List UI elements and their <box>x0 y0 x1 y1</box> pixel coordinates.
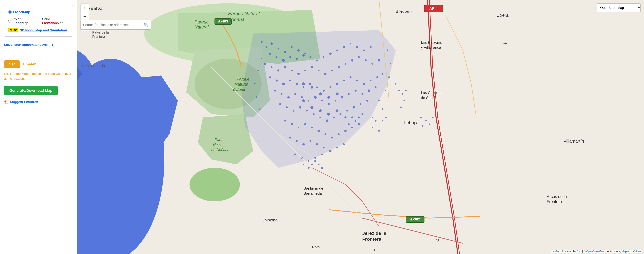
svg-point-145 <box>362 113 363 115</box>
svg-text:Frontera: Frontera <box>547 199 562 204</box>
map-canvas[interactable]: A-483 AP-4 A-382 Huelva Punta Umbría Pal… <box>77 0 644 254</box>
threed-link[interactable]: 3D Flood Map and Simulation <box>20 28 67 32</box>
layer-select[interactable]: OpenStreetMap Satellite Terrain <box>597 3 641 12</box>
svg-text:Doñana: Doñana <box>228 17 244 22</box>
color-elevationmap-label: Color ElevationMap <box>42 17 69 25</box>
svg-point-103 <box>338 134 340 135</box>
svg-point-127 <box>390 63 392 64</box>
svg-text:de San Juan: de San Juan <box>421 96 442 100</box>
layer-selector: OpenStreetMap Satellite Terrain <box>597 3 641 12</box>
floodmap-label: FloodMap <box>13 10 30 14</box>
svg-point-153 <box>382 108 383 110</box>
suggest-icon: 🏗️ <box>4 100 8 104</box>
svg-point-52 <box>303 86 304 88</box>
left-panel: FloodMap Color FloodMap Color ElevationM… <box>0 0 77 254</box>
set-button[interactable]: Set <box>4 60 20 68</box>
svg-point-48 <box>276 80 278 82</box>
svg-point-24 <box>343 46 345 48</box>
search-icon[interactable]: 🔍 <box>144 23 148 27</box>
svg-point-95 <box>284 120 286 122</box>
svg-point-166 <box>420 116 422 118</box>
elevation-input[interactable] <box>4 49 24 57</box>
svg-point-6 <box>266 46 268 48</box>
svg-text:Jerez de la: Jerez de la <box>362 231 386 236</box>
svg-text:✈: ✈ <box>503 41 507 46</box>
svg-point-115 <box>343 143 345 145</box>
svg-point-136 <box>310 106 314 109</box>
svg-point-63 <box>376 76 378 78</box>
map-svg: A-483 AP-4 A-382 Huelva Punta Umbría Pal… <box>77 0 644 254</box>
svg-point-148 <box>311 164 313 165</box>
svg-text:Parque: Parque <box>236 77 250 81</box>
attribution-copyright: | © <box>582 250 586 253</box>
color-options-row: Color FloodMap Color ElevationMap <box>8 17 69 25</box>
svg-point-56 <box>330 86 331 88</box>
map-area[interactable]: A-483 AP-4 A-382 Huelva Punta Umbría Pal… <box>77 0 644 254</box>
suggest-label: Suggest Features <box>10 100 38 104</box>
svg-point-84 <box>299 106 301 108</box>
leaflet-link[interactable]: Leaflet <box>552 250 560 253</box>
svg-point-91 <box>346 110 348 112</box>
svg-point-169 <box>429 124 430 125</box>
svg-text:Frontera: Frontera <box>362 236 381 242</box>
svg-point-23 <box>336 50 338 51</box>
zoom-out-button[interactable]: − <box>80 12 89 21</box>
svg-point-129 <box>385 90 386 91</box>
svg-text:Rota: Rota <box>312 245 320 249</box>
svg-point-59 <box>350 76 352 78</box>
others-link[interactable]: Others <box>633 250 641 253</box>
svg-point-164 <box>404 100 405 101</box>
svg-point-161 <box>398 90 400 92</box>
generate-button[interactable]: Generate/Download Map <box>4 86 58 95</box>
svg-point-116 <box>294 154 296 155</box>
svg-text:Natural: Natural <box>235 82 248 86</box>
attribution-contributors: contributors, <box>606 250 621 253</box>
svg-point-18 <box>302 54 305 56</box>
svg-point-156 <box>375 120 376 122</box>
svg-point-149 <box>314 160 316 162</box>
attribution-powered: | Powered by <box>560 250 577 253</box>
svg-point-58 <box>343 80 345 81</box>
svg-point-43 <box>358 56 360 58</box>
svg-point-19 <box>310 56 311 58</box>
esri-link[interactable]: Esri <box>577 250 582 253</box>
svg-point-140 <box>344 116 346 118</box>
svg-text:Parque: Parque <box>194 20 209 24</box>
osm-link[interactable]: OpenStreetMap <box>586 250 605 253</box>
svg-text:Parque: Parque <box>215 138 226 142</box>
svg-point-87 <box>320 116 321 118</box>
svg-text:Huelva: Huelva <box>87 6 103 11</box>
svg-point-157 <box>372 127 373 128</box>
svg-point-86 <box>312 113 314 115</box>
svg-point-4 <box>190 168 240 201</box>
color-elevationmap-radio[interactable] <box>38 20 40 23</box>
svg-text:Sanlúcar de: Sanlúcar de <box>304 186 323 190</box>
svg-point-111 <box>316 143 318 145</box>
svg-point-31 <box>278 70 280 72</box>
svg-point-83 <box>293 110 294 112</box>
zoom-in-button[interactable]: + <box>80 3 89 12</box>
svg-point-53 <box>309 83 312 85</box>
svg-point-137 <box>319 110 322 112</box>
svg-text:Lebrija: Lebrija <box>404 120 418 125</box>
svg-point-108 <box>296 140 298 142</box>
svg-point-5 <box>260 41 263 43</box>
suggest-row[interactable]: 🏗️ Suggest Features <box>4 100 73 104</box>
svg-point-100 <box>318 130 320 132</box>
svg-point-45 <box>372 63 373 64</box>
mapzen-link[interactable]: Mapzen <box>622 250 631 253</box>
color-floodmap-radio[interactable] <box>8 20 11 23</box>
search-input[interactable] <box>83 23 144 27</box>
svg-point-73 <box>328 103 330 105</box>
svg-point-9 <box>284 51 286 53</box>
svg-point-15 <box>282 59 285 62</box>
svg-point-122 <box>258 70 259 71</box>
svg-point-106 <box>358 123 360 125</box>
svg-point-114 <box>336 147 338 148</box>
floodmap-radio[interactable] <box>8 10 12 14</box>
svg-text:Chipiona: Chipiona <box>262 218 278 222</box>
svg-point-151 <box>321 167 323 169</box>
svg-point-154 <box>385 116 386 118</box>
svg-point-13 <box>269 53 271 55</box>
svg-point-71 <box>314 96 317 99</box>
